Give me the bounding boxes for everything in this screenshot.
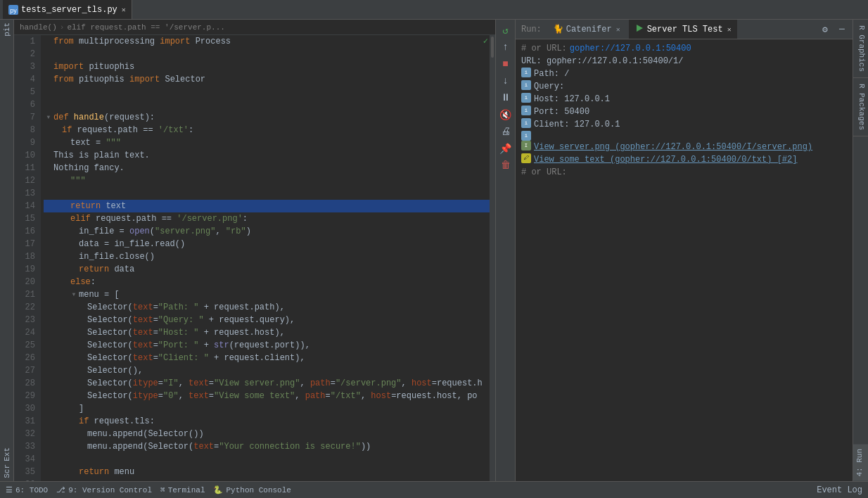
pin-button[interactable]: 📌 <box>498 141 513 156</box>
fold-arrow-21[interactable] <box>69 288 79 301</box>
line-number-20: 20 <box>20 276 35 288</box>
event-log[interactable]: Event Log <box>817 485 862 495</box>
code-line-18[interactable]: in_file.close() <box>44 250 490 263</box>
code-line-14[interactable]: return text <box>44 200 490 212</box>
fold-arrow-7[interactable] <box>44 111 53 124</box>
run-tab-catenifer[interactable]: 🐈 Catenifer ✕ <box>547 20 626 39</box>
code-line-11[interactable]: Nothing fancy. <box>44 162 490 174</box>
code-line-24[interactable]: Selector(text="Host: " + request.host), <box>44 326 490 339</box>
code-line-34[interactable] <box>44 453 490 466</box>
output-client: Client: 127.0.0.1 <box>534 118 620 131</box>
r-packages-tab[interactable]: R Packages <box>853 78 868 136</box>
run-vertical-tab[interactable]: 4: Run <box>853 445 868 481</box>
bottom-terminal[interactable]: ⌘ Terminal <box>160 485 205 494</box>
terminal-label: Terminal <box>168 486 205 494</box>
gopher-icon-i-2: i <box>521 80 531 90</box>
stop-button[interactable]: ■ <box>498 56 513 72</box>
code-line-26[interactable]: Selector(text="Client: " + request.clien… <box>44 352 490 364</box>
code-line-4[interactable]: from pituophis import Selector <box>44 73 490 86</box>
output-server-png[interactable]: View server.png (gopher://127.0.0.1:5040… <box>534 141 812 153</box>
project-label[interactable]: pit <box>1 20 13 39</box>
delete-button[interactable]: 🗑 <box>498 158 513 173</box>
code-line-28[interactable]: Selector(itype="I", text="View server.pn… <box>44 377 490 390</box>
r-graphics-tab[interactable]: R Graphics <box>853 20 868 78</box>
line-number-2: 2 <box>20 48 35 60</box>
bottom-todo[interactable]: ☰ 6: TODO <box>6 485 48 494</box>
code-line-12[interactable]: """ <box>44 174 490 187</box>
code-line-29[interactable]: Selector(itype="0", text="View some text… <box>44 390 490 402</box>
main-content: pit Ext Scr handle() › elif request.path… <box>0 20 868 481</box>
code-editor[interactable]: from multiprocessing import Process✓ imp… <box>41 35 490 481</box>
catenifer-close[interactable]: ✕ <box>616 25 620 34</box>
output-line-1: # or URL: gopher://127.0.0.1:50400 <box>521 42 847 55</box>
fold-arrow-35 <box>69 466 79 478</box>
ext-label[interactable]: Ext <box>3 447 11 461</box>
bottom-version-control[interactable]: ⎇ 9: Version Control <box>56 485 152 494</box>
code-text-4: from pituophis import Selector <box>53 73 205 86</box>
code-line-23[interactable]: Selector(text="Query: " + request.query)… <box>44 314 490 326</box>
tab-close-button[interactable]: ✕ <box>122 6 126 14</box>
line-number-17: 17 <box>20 238 35 250</box>
code-line-2[interactable] <box>44 48 490 60</box>
code-line-20[interactable]: else: <box>44 276 490 288</box>
rerun-button[interactable]: ↺ <box>498 23 513 38</box>
output-url-1[interactable]: gopher://127.0.0.1:50400 <box>570 42 691 55</box>
run-tab-server-tls[interactable]: Server TLS Test ✕ <box>629 20 737 39</box>
line-number-16: 16 <box>20 225 35 238</box>
line-number-30: 30 <box>20 402 35 415</box>
scr-label[interactable]: Scr <box>3 464 11 478</box>
code-line-5[interactable] <box>44 86 490 98</box>
code-line-22[interactable]: Selector(text="Path: " + request.path), <box>44 301 490 314</box>
code-line-3[interactable]: import pituophis <box>44 60 490 73</box>
line-number-19: 19 <box>20 263 35 276</box>
minimize-button[interactable]: ─ <box>834 22 850 37</box>
output-line-11: # or URL: <box>521 166 847 179</box>
code-line-30[interactable]: ] <box>44 402 490 415</box>
code-line-25[interactable]: Selector(text="Port: " + str(request.por… <box>44 339 490 352</box>
breadcrumb-handle[interactable]: handle() <box>20 23 57 32</box>
print-button[interactable]: 🖨 <box>498 124 513 139</box>
bottom-python-console[interactable]: 🐍 Python Console <box>213 485 291 494</box>
code-text-15: elif request.path == '/server.png': <box>70 212 248 225</box>
line-number-22: 22 <box>20 301 35 314</box>
code-line-36[interactable] <box>44 478 490 481</box>
code-line-8[interactable]: if request.path == '/txt': <box>44 124 490 136</box>
server-tls-close[interactable]: ✕ <box>727 25 732 34</box>
code-scrollbar[interactable] <box>490 35 495 481</box>
code-line-32[interactable]: menu.append(Selector()) <box>44 428 490 440</box>
step-over-up[interactable]: ↑ <box>498 39 513 55</box>
event-log-label: Event Log <box>817 485 862 495</box>
code-line-31[interactable]: if request.tls: <box>44 415 490 428</box>
output-line-4: i Query: <box>521 80 847 93</box>
code-line-16[interactable]: in_file = open("server.png", "rb") <box>44 225 490 238</box>
fold-arrow-5 <box>44 86 53 98</box>
line-number-12: 12 <box>20 174 35 187</box>
line-number-10: 10 <box>20 149 35 162</box>
tab-tests-server-tls[interactable]: py tests_server_tls.py ✕ <box>3 0 132 19</box>
code-line-10[interactable]: This is plain text. <box>44 149 490 162</box>
code-text-26: Selector(text="Client: " + request.clien… <box>87 352 305 364</box>
code-line-17[interactable]: data = in_file.read() <box>44 238 490 250</box>
code-line-13[interactable] <box>44 187 490 200</box>
pause-button[interactable]: ⏸ <box>498 90 513 106</box>
output-view-text[interactable]: View some text (gopher://127.0.0.1:50400… <box>534 153 797 166</box>
run-tabs: Run: 🐈 Catenifer ✕ Server TLS Test ✕ ⚙ ─ <box>516 20 853 39</box>
fold-arrow-8 <box>52 124 62 136</box>
breadcrumb-path[interactable]: elif request.path == '/server.p... <box>67 23 224 32</box>
code-text-23: Selector(text="Query: " + request.query)… <box>87 314 295 326</box>
code-line-21[interactable]: menu = [ <box>44 288 490 301</box>
code-line-19[interactable]: return data <box>44 263 490 276</box>
code-line-33[interactable]: menu.append(Selector(text="Your connecti… <box>44 440 490 453</box>
code-line-6[interactable] <box>44 98 490 111</box>
code-line-1[interactable]: from multiprocessing import Process✓ <box>44 35 490 48</box>
code-line-27[interactable]: Selector(), <box>44 364 490 377</box>
settings-button[interactable]: ⚙ <box>817 22 833 37</box>
code-line-35[interactable]: return menu <box>44 466 490 478</box>
line-number-24: 24 <box>20 326 35 339</box>
code-line-15[interactable]: elif request.path == '/server.png': <box>44 212 490 225</box>
line-number-18: 18 <box>20 250 35 263</box>
mute-button[interactable]: 🔇 <box>498 107 513 122</box>
code-line-9[interactable]: text = """ <box>44 136 490 149</box>
step-down[interactable]: ↓ <box>498 73 513 89</box>
code-line-7[interactable]: def handle(request): <box>44 111 490 124</box>
